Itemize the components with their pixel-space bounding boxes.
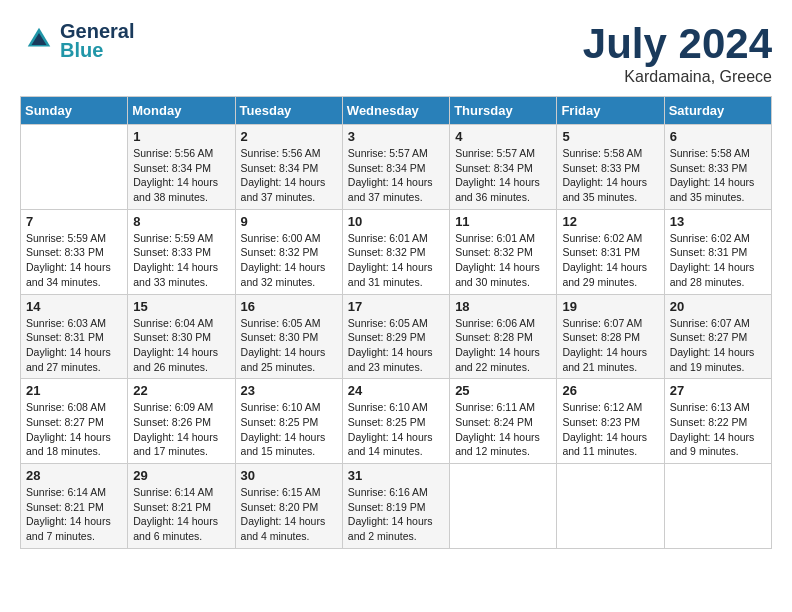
calendar-cell — [21, 125, 128, 210]
weekday-header-row: SundayMondayTuesdayWednesdayThursdayFrid… — [21, 97, 772, 125]
day-info: Sunrise: 6:10 AMSunset: 8:25 PMDaylight:… — [241, 400, 337, 459]
day-number: 13 — [670, 214, 766, 229]
day-number: 15 — [133, 299, 229, 314]
day-info: Sunrise: 6:04 AMSunset: 8:30 PMDaylight:… — [133, 316, 229, 375]
calendar-cell: 17Sunrise: 6:05 AMSunset: 8:29 PMDayligh… — [342, 294, 449, 379]
calendar-cell: 19Sunrise: 6:07 AMSunset: 8:28 PMDayligh… — [557, 294, 664, 379]
day-number: 6 — [670, 129, 766, 144]
weekday-header-thursday: Thursday — [450, 97, 557, 125]
day-info: Sunrise: 6:07 AMSunset: 8:27 PMDaylight:… — [670, 316, 766, 375]
weekday-header-tuesday: Tuesday — [235, 97, 342, 125]
day-number: 2 — [241, 129, 337, 144]
calendar-cell: 1Sunrise: 5:56 AMSunset: 8:34 PMDaylight… — [128, 125, 235, 210]
calendar-cell: 7Sunrise: 5:59 AMSunset: 8:33 PMDaylight… — [21, 209, 128, 294]
day-info: Sunrise: 6:16 AMSunset: 8:19 PMDaylight:… — [348, 485, 444, 544]
day-number: 27 — [670, 383, 766, 398]
weekday-header-saturday: Saturday — [664, 97, 771, 125]
day-number: 5 — [562, 129, 658, 144]
day-number: 22 — [133, 383, 229, 398]
logo: General Blue — [20, 20, 134, 62]
calendar-week-row: 21Sunrise: 6:08 AMSunset: 8:27 PMDayligh… — [21, 379, 772, 464]
day-number: 11 — [455, 214, 551, 229]
weekday-header-monday: Monday — [128, 97, 235, 125]
title-block: July 2024 Kardamaina, Greece — [583, 20, 772, 86]
day-number: 30 — [241, 468, 337, 483]
weekday-header-friday: Friday — [557, 97, 664, 125]
day-info: Sunrise: 5:57 AMSunset: 8:34 PMDaylight:… — [455, 146, 551, 205]
calendar-cell: 21Sunrise: 6:08 AMSunset: 8:27 PMDayligh… — [21, 379, 128, 464]
calendar-cell: 27Sunrise: 6:13 AMSunset: 8:22 PMDayligh… — [664, 379, 771, 464]
calendar-cell: 25Sunrise: 6:11 AMSunset: 8:24 PMDayligh… — [450, 379, 557, 464]
calendar-cell: 29Sunrise: 6:14 AMSunset: 8:21 PMDayligh… — [128, 464, 235, 549]
day-info: Sunrise: 6:01 AMSunset: 8:32 PMDaylight:… — [348, 231, 444, 290]
day-number: 29 — [133, 468, 229, 483]
day-info: Sunrise: 6:15 AMSunset: 8:20 PMDaylight:… — [241, 485, 337, 544]
day-number: 8 — [133, 214, 229, 229]
day-info: Sunrise: 6:06 AMSunset: 8:28 PMDaylight:… — [455, 316, 551, 375]
weekday-header-wednesday: Wednesday — [342, 97, 449, 125]
day-info: Sunrise: 5:57 AMSunset: 8:34 PMDaylight:… — [348, 146, 444, 205]
day-number: 1 — [133, 129, 229, 144]
day-number: 3 — [348, 129, 444, 144]
day-info: Sunrise: 6:03 AMSunset: 8:31 PMDaylight:… — [26, 316, 122, 375]
day-number: 14 — [26, 299, 122, 314]
calendar-cell: 28Sunrise: 6:14 AMSunset: 8:21 PMDayligh… — [21, 464, 128, 549]
location: Kardamaina, Greece — [583, 68, 772, 86]
day-info: Sunrise: 6:05 AMSunset: 8:29 PMDaylight:… — [348, 316, 444, 375]
day-info: Sunrise: 6:09 AMSunset: 8:26 PMDaylight:… — [133, 400, 229, 459]
calendar-cell — [664, 464, 771, 549]
day-info: Sunrise: 6:00 AMSunset: 8:32 PMDaylight:… — [241, 231, 337, 290]
calendar-table: SundayMondayTuesdayWednesdayThursdayFrid… — [20, 96, 772, 549]
day-info: Sunrise: 5:56 AMSunset: 8:34 PMDaylight:… — [241, 146, 337, 205]
logo-icon — [24, 24, 54, 54]
page-header: General Blue July 2024 Kardamaina, Greec… — [20, 20, 772, 86]
day-number: 16 — [241, 299, 337, 314]
day-info: Sunrise: 6:14 AMSunset: 8:21 PMDaylight:… — [26, 485, 122, 544]
calendar-cell: 12Sunrise: 6:02 AMSunset: 8:31 PMDayligh… — [557, 209, 664, 294]
calendar-week-row: 28Sunrise: 6:14 AMSunset: 8:21 PMDayligh… — [21, 464, 772, 549]
calendar-cell: 2Sunrise: 5:56 AMSunset: 8:34 PMDaylight… — [235, 125, 342, 210]
day-number: 4 — [455, 129, 551, 144]
day-info: Sunrise: 5:59 AMSunset: 8:33 PMDaylight:… — [133, 231, 229, 290]
calendar-cell: 24Sunrise: 6:10 AMSunset: 8:25 PMDayligh… — [342, 379, 449, 464]
day-info: Sunrise: 6:14 AMSunset: 8:21 PMDaylight:… — [133, 485, 229, 544]
day-number: 7 — [26, 214, 122, 229]
calendar-cell: 3Sunrise: 5:57 AMSunset: 8:34 PMDaylight… — [342, 125, 449, 210]
calendar-cell: 13Sunrise: 6:02 AMSunset: 8:31 PMDayligh… — [664, 209, 771, 294]
calendar-cell — [450, 464, 557, 549]
day-number: 9 — [241, 214, 337, 229]
calendar-cell: 30Sunrise: 6:15 AMSunset: 8:20 PMDayligh… — [235, 464, 342, 549]
calendar-cell: 9Sunrise: 6:00 AMSunset: 8:32 PMDaylight… — [235, 209, 342, 294]
day-info: Sunrise: 6:10 AMSunset: 8:25 PMDaylight:… — [348, 400, 444, 459]
calendar-cell: 26Sunrise: 6:12 AMSunset: 8:23 PMDayligh… — [557, 379, 664, 464]
day-number: 26 — [562, 383, 658, 398]
day-info: Sunrise: 5:59 AMSunset: 8:33 PMDaylight:… — [26, 231, 122, 290]
calendar-cell: 4Sunrise: 5:57 AMSunset: 8:34 PMDaylight… — [450, 125, 557, 210]
calendar-cell: 31Sunrise: 6:16 AMSunset: 8:19 PMDayligh… — [342, 464, 449, 549]
day-number: 24 — [348, 383, 444, 398]
calendar-week-row: 1Sunrise: 5:56 AMSunset: 8:34 PMDaylight… — [21, 125, 772, 210]
weekday-header-sunday: Sunday — [21, 97, 128, 125]
day-info: Sunrise: 6:01 AMSunset: 8:32 PMDaylight:… — [455, 231, 551, 290]
calendar-cell: 18Sunrise: 6:06 AMSunset: 8:28 PMDayligh… — [450, 294, 557, 379]
day-info: Sunrise: 5:58 AMSunset: 8:33 PMDaylight:… — [562, 146, 658, 205]
calendar-cell: 22Sunrise: 6:09 AMSunset: 8:26 PMDayligh… — [128, 379, 235, 464]
calendar-week-row: 7Sunrise: 5:59 AMSunset: 8:33 PMDaylight… — [21, 209, 772, 294]
day-number: 25 — [455, 383, 551, 398]
calendar-cell: 5Sunrise: 5:58 AMSunset: 8:33 PMDaylight… — [557, 125, 664, 210]
day-number: 12 — [562, 214, 658, 229]
day-info: Sunrise: 5:58 AMSunset: 8:33 PMDaylight:… — [670, 146, 766, 205]
day-number: 18 — [455, 299, 551, 314]
calendar-week-row: 14Sunrise: 6:03 AMSunset: 8:31 PMDayligh… — [21, 294, 772, 379]
calendar-cell — [557, 464, 664, 549]
month-title: July 2024 — [583, 20, 772, 68]
day-info: Sunrise: 6:12 AMSunset: 8:23 PMDaylight:… — [562, 400, 658, 459]
calendar-cell: 10Sunrise: 6:01 AMSunset: 8:32 PMDayligh… — [342, 209, 449, 294]
calendar-cell: 20Sunrise: 6:07 AMSunset: 8:27 PMDayligh… — [664, 294, 771, 379]
calendar-cell: 16Sunrise: 6:05 AMSunset: 8:30 PMDayligh… — [235, 294, 342, 379]
day-number: 23 — [241, 383, 337, 398]
day-info: Sunrise: 6:02 AMSunset: 8:31 PMDaylight:… — [562, 231, 658, 290]
day-info: Sunrise: 6:05 AMSunset: 8:30 PMDaylight:… — [241, 316, 337, 375]
day-number: 10 — [348, 214, 444, 229]
calendar-cell: 14Sunrise: 6:03 AMSunset: 8:31 PMDayligh… — [21, 294, 128, 379]
